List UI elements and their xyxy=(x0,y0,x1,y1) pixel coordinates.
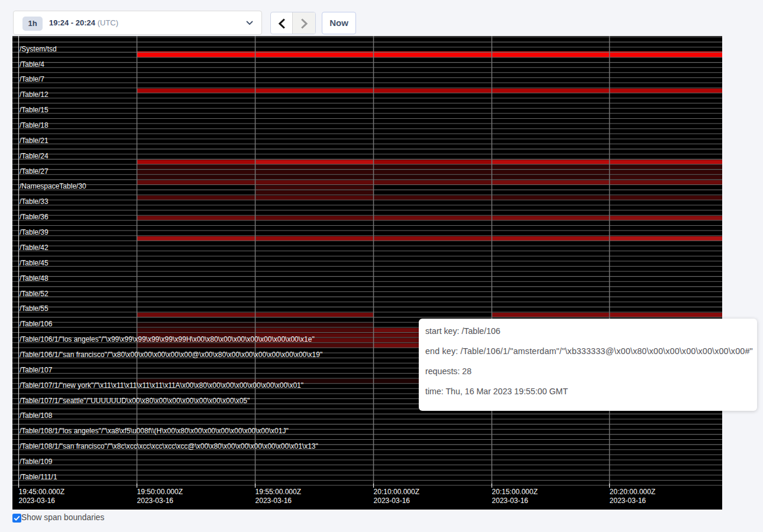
svg-text:2023-03-16: 2023-03-16 xyxy=(610,497,646,505)
svg-text:/Table/12: /Table/12 xyxy=(20,90,49,99)
svg-text:19:55:00.000Z: 19:55:00.000Z xyxy=(256,488,301,496)
svg-text:/Table/18: /Table/18 xyxy=(20,121,49,129)
svg-text:/System/tsd: /System/tsd xyxy=(20,45,57,53)
svg-text:/Table/107/1/"new york"/"\x11\: /Table/107/1/"new york"/"\x11\x11\x11\x1… xyxy=(20,381,303,390)
svg-text:19:45:00.000Z: 19:45:00.000Z xyxy=(19,488,64,496)
svg-text:/Table/39: /Table/39 xyxy=(20,228,49,236)
svg-text:/Table/48: /Table/48 xyxy=(20,274,49,283)
svg-text:/Table/106/1/"los angeles"/"\x: /Table/106/1/"los angeles"/"\x99\x99\x99… xyxy=(20,335,315,343)
svg-text:/Table/4: /Table/4 xyxy=(20,60,44,69)
svg-text:/Table/107/1/"seattle"/"UUUUUU: /Table/107/1/"seattle"/"UUUUUUD\x00\x80\… xyxy=(20,397,250,405)
svg-text:/Table/55: /Table/55 xyxy=(20,304,49,313)
svg-text:/Table/108: /Table/108 xyxy=(20,411,53,420)
svg-text:/Table/33: /Table/33 xyxy=(20,197,49,206)
svg-text:/Table/15: /Table/15 xyxy=(20,106,49,114)
svg-text:19:50:00.000Z: 19:50:00.000Z xyxy=(137,488,183,496)
svg-text:/Table/36: /Table/36 xyxy=(20,213,49,221)
svg-text:/Table/52: /Table/52 xyxy=(20,290,49,298)
svg-text:/Table/108/1/"san francisco"/": /Table/108/1/"san francisco"/"\x8c\xcc\x… xyxy=(20,442,318,450)
svg-text:/Table/27: /Table/27 xyxy=(20,167,49,176)
svg-text:/Table/45: /Table/45 xyxy=(20,259,49,267)
svg-text:2023-03-16: 2023-03-16 xyxy=(256,497,292,505)
svg-text:/Table/107: /Table/107 xyxy=(20,366,53,374)
svg-text:/Table/106: /Table/106 xyxy=(20,320,53,328)
svg-text:/NamespaceTable/30: /NamespaceTable/30 xyxy=(20,182,86,190)
svg-text:/Table/109: /Table/109 xyxy=(20,458,53,466)
svg-text:2023-03-16: 2023-03-16 xyxy=(19,497,56,505)
svg-text:/Table/7: /Table/7 xyxy=(20,75,44,83)
svg-text:20:15:00.000Z: 20:15:00.000Z xyxy=(492,488,538,496)
svg-text:2023-03-16: 2023-03-16 xyxy=(374,497,410,505)
svg-text:20:10:00.000Z: 20:10:00.000Z xyxy=(374,488,419,496)
svg-text:/Table/111/1: /Table/111/1 xyxy=(20,473,57,481)
svg-text:/Table/24: /Table/24 xyxy=(20,152,49,160)
svg-text:/Table/108/1/"los angeles"/"\x: /Table/108/1/"los angeles"/"\xa8\xf5\u00… xyxy=(20,427,289,435)
svg-text:20:20:00.000Z: 20:20:00.000Z xyxy=(610,488,655,496)
svg-text:/Table/106/1/"san francisco"/": /Table/106/1/"san francisco"/"\x80\x00\x… xyxy=(20,351,322,359)
svg-text:2023-03-16: 2023-03-16 xyxy=(137,497,174,505)
svg-text:2023-03-16: 2023-03-16 xyxy=(492,497,529,505)
svg-text:/Table/21: /Table/21 xyxy=(20,137,49,145)
svg-text:/Table/42: /Table/42 xyxy=(20,244,49,252)
